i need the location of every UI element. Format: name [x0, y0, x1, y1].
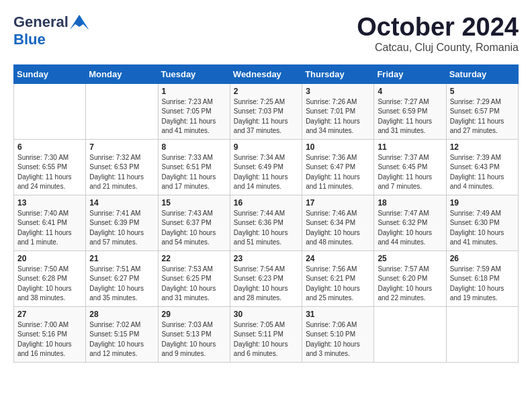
- day-detail: Sunrise: 7:57 AMSunset: 6:20 PMDaylight:…: [378, 265, 442, 304]
- day-detail: Sunrise: 7:27 AMSunset: 6:59 PMDaylight:…: [378, 97, 442, 136]
- calendar-cell: 1Sunrise: 7:23 AMSunset: 7:05 PMDaylight…: [158, 83, 230, 139]
- day-number: 26: [450, 254, 515, 263]
- day-number: 27: [17, 310, 82, 319]
- day-number: 2: [234, 87, 298, 96]
- day-number: 3: [306, 87, 370, 96]
- calendar-cell: 22Sunrise: 7:53 AMSunset: 6:25 PMDayligh…: [158, 250, 230, 306]
- day-detail: Sunrise: 7:34 AMSunset: 6:49 PMDaylight:…: [234, 153, 298, 192]
- calendar-cell: 27Sunrise: 7:00 AMSunset: 5:16 PMDayligh…: [14, 306, 86, 362]
- calendar-cell: [14, 83, 86, 139]
- day-number: 25: [378, 254, 442, 263]
- day-detail: Sunrise: 7:00 AMSunset: 5:16 PMDaylight:…: [17, 320, 82, 359]
- calendar-cell: 28Sunrise: 7:02 AMSunset: 5:15 PMDayligh…: [86, 306, 158, 362]
- calendar-cell: [374, 306, 446, 362]
- calendar-cell: 10Sunrise: 7:36 AMSunset: 6:47 PMDayligh…: [302, 139, 374, 195]
- calendar-cell: 7Sunrise: 7:32 AMSunset: 6:53 PMDaylight…: [86, 139, 158, 195]
- calendar-week-1: 1Sunrise: 7:23 AMSunset: 7:05 PMDaylight…: [14, 83, 519, 139]
- day-detail: Sunrise: 7:41 AMSunset: 6:39 PMDaylight:…: [89, 209, 154, 248]
- month-title: October 2024: [357, 13, 519, 42]
- day-header-wednesday: Wednesday: [230, 64, 302, 83]
- calendar-cell: 31Sunrise: 7:06 AMSunset: 5:10 PMDayligh…: [302, 306, 374, 362]
- calendar-cell: 8Sunrise: 7:33 AMSunset: 6:51 PMDaylight…: [158, 139, 230, 195]
- day-header-saturday: Saturday: [446, 64, 518, 83]
- calendar-week-5: 27Sunrise: 7:00 AMSunset: 5:16 PMDayligh…: [14, 306, 519, 362]
- day-number: 29: [162, 310, 226, 319]
- day-detail: Sunrise: 7:39 AMSunset: 6:43 PMDaylight:…: [450, 153, 515, 192]
- calendar-cell: 19Sunrise: 7:49 AMSunset: 6:30 PMDayligh…: [446, 195, 518, 250]
- calendar-cell: 2Sunrise: 7:25 AMSunset: 7:03 PMDaylight…: [230, 83, 302, 139]
- day-number: 14: [89, 198, 154, 208]
- day-detail: Sunrise: 7:06 AMSunset: 5:10 PMDaylight:…: [306, 320, 370, 359]
- day-header-sunday: Sunday: [14, 64, 86, 83]
- calendar-cell: 17Sunrise: 7:46 AMSunset: 6:34 PMDayligh…: [302, 195, 374, 250]
- location-subtitle: Catcau, Cluj County, Romania: [357, 42, 519, 54]
- logo-general: General: [13, 13, 69, 31]
- day-detail: Sunrise: 7:44 AMSunset: 6:36 PMDaylight:…: [234, 209, 298, 248]
- day-number: 31: [306, 310, 370, 319]
- day-number: 11: [378, 142, 442, 152]
- day-number: 17: [306, 198, 370, 208]
- calendar-cell: 16Sunrise: 7:44 AMSunset: 6:36 PMDayligh…: [230, 195, 302, 250]
- day-number: 24: [306, 254, 370, 263]
- day-number: 8: [162, 142, 226, 152]
- day-number: 9: [234, 142, 298, 152]
- day-detail: Sunrise: 7:02 AMSunset: 5:15 PMDaylight:…: [89, 320, 154, 359]
- calendar-header-row: SundayMondayTuesdayWednesdayThursdayFrid…: [14, 64, 519, 83]
- day-header-tuesday: Tuesday: [158, 64, 230, 83]
- day-detail: Sunrise: 7:53 AMSunset: 6:25 PMDaylight:…: [162, 265, 226, 304]
- day-header-friday: Friday: [374, 64, 446, 83]
- calendar-cell: 12Sunrise: 7:39 AMSunset: 6:43 PMDayligh…: [446, 139, 518, 195]
- calendar-cell: 29Sunrise: 7:03 AMSunset: 5:13 PMDayligh…: [158, 306, 230, 362]
- calendar-cell: 13Sunrise: 7:40 AMSunset: 6:41 PMDayligh…: [14, 195, 86, 250]
- day-number: 18: [378, 198, 442, 208]
- day-detail: Sunrise: 7:54 AMSunset: 6:23 PMDaylight:…: [234, 265, 298, 304]
- calendar-cell: 23Sunrise: 7:54 AMSunset: 6:23 PMDayligh…: [230, 250, 302, 306]
- calendar-cell: 9Sunrise: 7:34 AMSunset: 6:49 PMDaylight…: [230, 139, 302, 195]
- day-detail: Sunrise: 7:50 AMSunset: 6:28 PMDaylight:…: [17, 265, 82, 304]
- day-number: 30: [234, 310, 298, 319]
- calendar-cell: 18Sunrise: 7:47 AMSunset: 6:32 PMDayligh…: [374, 195, 446, 250]
- day-detail: Sunrise: 7:59 AMSunset: 6:18 PMDaylight:…: [450, 265, 515, 304]
- day-number: 12: [450, 142, 515, 152]
- day-detail: Sunrise: 7:47 AMSunset: 6:32 PMDaylight:…: [378, 209, 442, 248]
- calendar-table: SundayMondayTuesdayWednesdayThursdayFrid…: [13, 64, 519, 363]
- calendar-cell: 20Sunrise: 7:50 AMSunset: 6:28 PMDayligh…: [14, 250, 86, 306]
- day-number: 5: [450, 87, 515, 96]
- calendar-week-3: 13Sunrise: 7:40 AMSunset: 6:41 PMDayligh…: [14, 195, 519, 250]
- day-detail: Sunrise: 7:26 AMSunset: 7:01 PMDaylight:…: [306, 97, 370, 136]
- day-detail: Sunrise: 7:56 AMSunset: 6:21 PMDaylight:…: [306, 265, 370, 304]
- calendar-cell: 6Sunrise: 7:30 AMSunset: 6:55 PMDaylight…: [14, 139, 86, 195]
- calendar-cell: 3Sunrise: 7:26 AMSunset: 7:01 PMDaylight…: [302, 83, 374, 139]
- day-detail: Sunrise: 7:43 AMSunset: 6:37 PMDaylight:…: [162, 209, 226, 248]
- day-detail: Sunrise: 7:05 AMSunset: 5:11 PMDaylight:…: [234, 320, 298, 359]
- day-number: 6: [17, 142, 82, 152]
- day-detail: Sunrise: 7:30 AMSunset: 6:55 PMDaylight:…: [17, 153, 82, 192]
- day-detail: Sunrise: 7:25 AMSunset: 7:03 PMDaylight:…: [234, 97, 298, 136]
- day-detail: Sunrise: 7:32 AMSunset: 6:53 PMDaylight:…: [89, 153, 154, 192]
- day-number: 23: [234, 254, 298, 263]
- day-detail: Sunrise: 7:40 AMSunset: 6:41 PMDaylight:…: [17, 209, 82, 248]
- day-number: 7: [89, 142, 154, 152]
- page-header: General Blue October 2024 Catcau, Cluj C…: [13, 13, 519, 54]
- calendar-cell: 5Sunrise: 7:29 AMSunset: 6:57 PMDaylight…: [446, 83, 518, 139]
- day-number: 15: [162, 198, 226, 208]
- calendar-cell: 21Sunrise: 7:51 AMSunset: 6:27 PMDayligh…: [86, 250, 158, 306]
- day-detail: Sunrise: 7:03 AMSunset: 5:13 PMDaylight:…: [162, 320, 226, 359]
- logo: General Blue: [13, 13, 89, 48]
- day-detail: Sunrise: 7:36 AMSunset: 6:47 PMDaylight:…: [306, 153, 370, 192]
- day-number: 22: [162, 254, 226, 263]
- day-detail: Sunrise: 7:29 AMSunset: 6:57 PMDaylight:…: [450, 97, 515, 136]
- logo-bird-icon: [70, 15, 89, 30]
- day-number: 4: [378, 87, 442, 96]
- day-detail: Sunrise: 7:49 AMSunset: 6:30 PMDaylight:…: [450, 209, 515, 248]
- title-section: October 2024 Catcau, Cluj County, Romani…: [357, 13, 519, 54]
- calendar-cell: 4Sunrise: 7:27 AMSunset: 6:59 PMDaylight…: [374, 83, 446, 139]
- day-header-monday: Monday: [86, 64, 158, 83]
- day-detail: Sunrise: 7:51 AMSunset: 6:27 PMDaylight:…: [89, 265, 154, 304]
- calendar-cell: 15Sunrise: 7:43 AMSunset: 6:37 PMDayligh…: [158, 195, 230, 250]
- calendar-cell: [446, 306, 518, 362]
- calendar-cell: 30Sunrise: 7:05 AMSunset: 5:11 PMDayligh…: [230, 306, 302, 362]
- calendar-cell: 25Sunrise: 7:57 AMSunset: 6:20 PMDayligh…: [374, 250, 446, 306]
- calendar-week-4: 20Sunrise: 7:50 AMSunset: 6:28 PMDayligh…: [14, 250, 519, 306]
- day-number: 19: [450, 198, 515, 208]
